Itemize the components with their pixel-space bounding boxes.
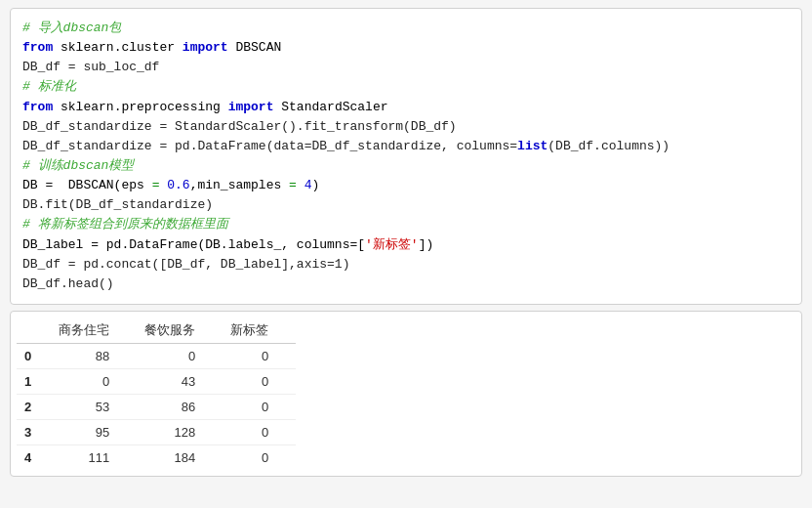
table-row: 41111840: [17, 444, 296, 470]
keyword-import: import: [183, 40, 228, 55]
table-container: 商务住宅 餐饮服务 新标签 08800104302538603951280411…: [10, 311, 802, 477]
code-line-12: DB_label = pd.DataFrame(DB.labels_, colu…: [22, 235, 790, 255]
table-cell-value: 0: [137, 343, 223, 368]
table-cell-index: 4: [17, 444, 51, 470]
code-line-6: DB_df_standardize = StandardScaler().fit…: [22, 117, 790, 137]
table-cell-index: 1: [17, 368, 51, 394]
table-cell-value: 88: [51, 343, 137, 368]
code-block: # 导入dbscan包 from sklearn.cluster import …: [10, 8, 802, 305]
table-cell-value: 0: [223, 444, 296, 470]
table-cell-value: 0: [51, 368, 137, 394]
table-cell-value: 43: [137, 368, 223, 394]
col-header-xinbiaoqian: 新标签: [223, 318, 296, 344]
code-line-7: DB_df_standardize = pd.DataFrame(data=DB…: [22, 137, 790, 156]
table-cell-value: 95: [51, 419, 137, 444]
table-cell-value: 0: [223, 394, 296, 419]
table-row: 10430: [17, 368, 296, 394]
keyword-import2: import: [228, 100, 274, 114]
code-line-4: # 标准化: [22, 77, 790, 97]
table-cell-index: 2: [17, 394, 51, 419]
code-line-13: DB_df = pd.concat([DB_df, DB_label],axis…: [22, 255, 790, 275]
table-cell-value: 111: [51, 444, 137, 470]
table-cell-value: 0: [223, 368, 296, 394]
code-line-1: # 导入dbscan包: [22, 19, 790, 38]
table-row: 253860: [17, 394, 296, 419]
code-line-5: from sklearn.preprocessing import Standa…: [22, 98, 790, 117]
table-cell-value: 0: [223, 419, 296, 444]
table-cell-index: 3: [17, 419, 51, 444]
col-header-canyin: 餐饮服务: [137, 318, 223, 344]
code-line-8: # 训练dbscan模型: [22, 156, 790, 176]
code-line-10: DB.fit(DB_df_standardize): [22, 195, 790, 215]
table-row: 08800: [17, 343, 296, 368]
col-header-shangwu: 商务住宅: [51, 318, 137, 344]
table-header-row: 商务住宅 餐饮服务 新标签: [17, 318, 296, 344]
code-line-9: DB = DBSCAN(eps = 0.6,min_samples = 4): [22, 176, 790, 195]
col-header-index: [17, 318, 51, 344]
data-table: 商务住宅 餐饮服务 新标签 08800104302538603951280411…: [17, 318, 296, 470]
keyword-from2: from: [22, 100, 53, 114]
code-line-14: DB_df.head(): [22, 275, 790, 294]
code-line-3: DB_df = sub_loc_df: [22, 58, 790, 77]
table-cell-index: 0: [17, 343, 51, 368]
code-line-11: # 将新标签组合到原来的数据框里面: [22, 215, 790, 234]
table-row: 3951280: [17, 419, 296, 444]
table-cell-value: 128: [137, 419, 223, 444]
code-line-2: from sklearn.cluster import DBSCAN: [22, 38, 790, 58]
table-cell-value: 53: [51, 394, 137, 419]
table-cell-value: 86: [137, 394, 223, 419]
keyword-from: from: [22, 40, 53, 55]
table-body: 0880010430253860395128041111840: [17, 343, 296, 470]
table-cell-value: 184: [137, 444, 223, 470]
table-cell-value: 0: [223, 343, 296, 368]
